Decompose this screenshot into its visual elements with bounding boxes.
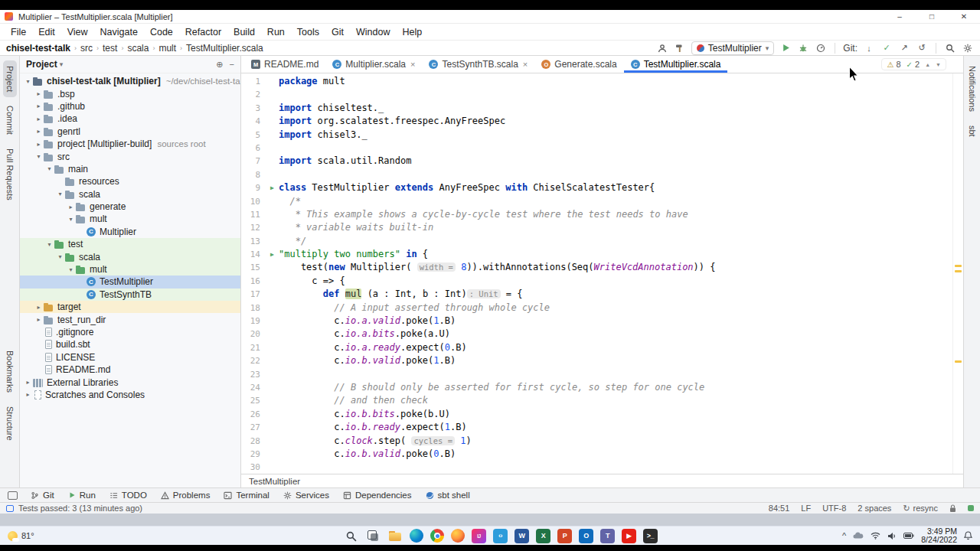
weather-widget[interactable]: 81° — [8, 531, 34, 541]
maximize-button[interactable]: □ — [916, 10, 948, 23]
code-line[interactable]: 16 c => { — [241, 275, 952, 288]
menu-item-tools[interactable]: Tools — [291, 27, 325, 37]
tree-item-testmultiplier[interactable]: CTestMultiplier — [20, 276, 240, 288]
code-line[interactable]: 7import scala.util.Random — [241, 155, 952, 168]
wifi-icon[interactable] — [871, 532, 880, 540]
code-line[interactable]: 5import chisel3._ — [241, 129, 952, 142]
editor-tab-readme-md[interactable]: MREADME.md — [244, 56, 325, 73]
build-hammer-icon[interactable] — [674, 42, 686, 54]
tool-windows-icon[interactable] — [8, 491, 18, 500]
firefox-button[interactable] — [451, 529, 465, 543]
status-item-84-51[interactable]: 84:51 — [769, 504, 790, 514]
code-line[interactable]: 9▶class TestMultiplier extends AnyFreeSp… — [241, 181, 952, 194]
code-line[interactable]: 23 — [241, 368, 952, 381]
close-tab-icon[interactable]: × — [523, 60, 528, 69]
chevron-down-icon[interactable]: ▾ — [44, 241, 54, 248]
chevron-down-icon[interactable]: ▾ — [55, 253, 65, 260]
code-line[interactable]: 21 c.io.a.ready.expect(0.B) — [241, 341, 952, 354]
intellij-button[interactable]: IJ — [472, 529, 486, 543]
minimize-button[interactable]: – — [884, 10, 916, 23]
breadcrumb-item-src[interactable]: src — [80, 43, 93, 54]
tree-item-test[interactable]: ▾test — [20, 238, 240, 250]
code-line[interactable]: 15 test(new Multiplier( width = 8)).with… — [241, 261, 952, 274]
menu-item-help[interactable]: Help — [396, 27, 428, 37]
tree-item-bsp[interactable]: ▸.bsp — [20, 87, 240, 99]
status-item-2-spaces[interactable]: 2 spaces — [858, 504, 891, 514]
menu-item-code[interactable]: Code — [144, 27, 179, 37]
volume-icon[interactable] — [887, 532, 897, 540]
chevron-right-icon[interactable]: ▸ — [34, 103, 44, 109]
breadcrumb-item-chisel-test-talk[interactable]: chisel-test-talk — [6, 43, 70, 54]
profiler-icon[interactable] — [815, 42, 827, 54]
chevron-right-icon[interactable]: ▸ — [23, 379, 33, 386]
code-line[interactable]: 8 — [241, 168, 952, 181]
tool-tab-bookmarks[interactable]: Bookmarks — [3, 345, 17, 398]
clock[interactable]: 3:49 PM 8/24/2022 — [921, 527, 957, 545]
git-update-button[interactable]: ↓ — [863, 42, 875, 54]
menu-item-view[interactable]: View — [61, 27, 94, 37]
warning-stripe-mark[interactable] — [955, 360, 962, 363]
tool-window-button-problems[interactable]: Problems — [154, 488, 217, 502]
code-line[interactable]: 11 * This example shows a cycle-by-cycle… — [241, 208, 952, 221]
code-line[interactable]: 24 // B should only be asserted for firs… — [241, 381, 952, 394]
tree-item-project-multiplier-build[interactable]: ▸project [Multiplier-build]sources root — [20, 138, 240, 150]
chevron-down-icon[interactable]: ▾ — [60, 60, 64, 68]
chevron-right-icon[interactable]: ▸ — [34, 304, 44, 311]
menu-item-build[interactable]: Build — [227, 27, 261, 37]
warning-stripe-mark[interactable] — [955, 270, 962, 272]
chevron-right-icon[interactable]: ▸ — [34, 141, 44, 148]
status-item-lf[interactable]: LF — [801, 504, 811, 514]
code-line[interactable]: 10 /* — [241, 195, 952, 208]
code-line[interactable]: 2 — [241, 88, 952, 101]
inspections-widget[interactable]: ⚠ 8 ✓ 2 ▲ ▼ — [881, 58, 946, 70]
vscode-button[interactable]: ‹› — [493, 529, 508, 543]
user-icon[interactable] — [656, 42, 668, 54]
chevron-right-icon[interactable]: ▸ — [66, 204, 76, 210]
run-configuration-select[interactable]: TestMultiplier ▾ — [691, 41, 775, 55]
teams-button[interactable]: T — [600, 529, 615, 543]
status-item-resync[interactable]: ↻resync — [903, 504, 938, 514]
code-line[interactable]: 13 */ — [241, 235, 952, 248]
chevron-right-icon[interactable]: ▸ — [34, 116, 44, 122]
task-view-button[interactable] — [365, 528, 381, 543]
tree-item-build-sbt[interactable]: build.sbt — [20, 338, 240, 350]
tool-window-button-todo[interactable]: TODO — [103, 488, 154, 502]
tree-item-src[interactable]: ▾src — [20, 150, 240, 162]
menu-item-file[interactable]: File — [5, 27, 32, 37]
tree-item-mult[interactable]: ▾mult — [20, 263, 240, 276]
tree-item-main[interactable]: ▾main — [20, 163, 240, 175]
tree-item-license[interactable]: LICENSE — [20, 351, 240, 364]
code-line[interactable]: 19 c.io.a.valid.poke(1.B) — [241, 315, 952, 328]
editor-tab-testsynthtb-scala[interactable]: CTestSynthTB.scala× — [422, 56, 534, 73]
code-line[interactable]: 27 c.io.b.ready.expect(1.B) — [241, 421, 952, 434]
tree-item-mult[interactable]: ▾mult — [20, 213, 240, 225]
debug-bug-icon[interactable] — [797, 42, 809, 54]
code-line[interactable]: 22 c.io.b.valid.poke(1.B) — [241, 354, 952, 367]
tool-tab-pull-requests[interactable]: Pull Requests — [3, 143, 17, 206]
chevron-right-icon[interactable]: ▸ — [34, 90, 44, 97]
chevron-down-icon[interactable]: ▾ — [66, 216, 76, 223]
status-message[interactable]: Tests passed: 3 (13 minutes ago) — [18, 504, 142, 513]
code-line[interactable]: 17 def mul (a : Int, b : Int): Unit = { — [241, 288, 952, 301]
tool-window-button-run[interactable]: Run — [61, 488, 103, 502]
run-gutter-icon[interactable]: ▶ — [266, 181, 279, 194]
breadcrumb-item-test[interactable]: test — [103, 43, 117, 54]
previous-problem-button[interactable]: ▲ — [925, 62, 930, 67]
breadcrumb-item-mult[interactable]: mult — [158, 43, 176, 54]
tool-window-button-terminal[interactable]: Terminal — [217, 488, 276, 502]
code-line[interactable]: 4import org.scalatest.freespec.AnyFreeSp… — [241, 115, 952, 128]
tree-item-scala[interactable]: ▾scala — [20, 188, 240, 201]
menu-item-run[interactable]: Run — [261, 27, 291, 37]
tool-tab-sbt[interactable]: sbt — [965, 120, 979, 142]
hidden-icons-chevron[interactable]: ^ — [842, 531, 846, 540]
warnings-count[interactable]: ⚠ 8 — [887, 60, 900, 69]
chevron-right-icon[interactable]: ▸ — [23, 391, 33, 398]
outlook-button[interactable]: O — [579, 529, 593, 543]
start-button[interactable] — [322, 529, 336, 543]
tree-item-generate[interactable]: ▸generate — [20, 201, 240, 213]
excel-button[interactable]: X — [536, 529, 550, 543]
tree-item-multiplier[interactable]: CMultiplier — [20, 226, 240, 238]
menu-item-refactor[interactable]: Refactor — [179, 27, 227, 37]
tree-item-scratches-and-consoles[interactable]: ▸Scratches and Consoles — [20, 389, 240, 401]
code-line[interactable]: 25 // and then check — [241, 394, 952, 407]
